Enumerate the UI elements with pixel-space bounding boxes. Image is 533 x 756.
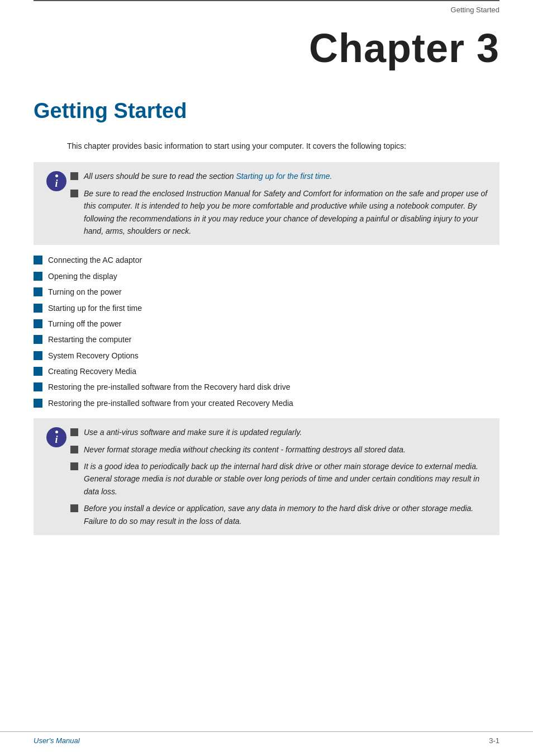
list-item: Opening the display: [34, 270, 499, 282]
footer-right-label: 3-1: [489, 736, 499, 745]
chapter-title: Chapter 3: [309, 26, 499, 70]
list-item: Turning on the power: [34, 286, 499, 298]
info-icon-letter-2: i: [55, 434, 58, 446]
page-footer: User's Manual 3-1: [0, 731, 533, 745]
bullet-square-info2-4: [70, 504, 78, 512]
info-list-item-1: All users should be sure to read the sec…: [70, 170, 491, 182]
bullet-square-4: [34, 319, 42, 328]
info-bullet-list-1: All users should be sure to read the sec…: [70, 170, 491, 237]
info2-list-item-3: It is a good idea to periodically back u…: [70, 460, 491, 498]
list-item: Turning off the power: [34, 318, 499, 330]
info-icon-1: i: [42, 170, 70, 191]
starting-up-link[interactable]: Starting up for the first time.: [236, 172, 332, 181]
info-box-1: i All users should be sure to read the s…: [34, 162, 499, 245]
info-item-2-text: Be sure to read the enclosed Instruction…: [84, 187, 491, 238]
bullet-square-6: [34, 351, 42, 360]
header-bar: Getting Started: [34, 0, 499, 14]
bullet-square-2: [34, 287, 42, 296]
info-box-1-content: All users should be sure to read the sec…: [70, 170, 491, 237]
topic-text-1: Opening the display: [48, 270, 117, 282]
bullet-square-info-1: [70, 172, 78, 180]
bullet-square-info2-3: [70, 462, 78, 470]
topic-text-7: Creating Recovery Media: [48, 365, 136, 377]
info2-item-3-text: It is a good idea to periodically back u…: [84, 460, 491, 498]
info-icon-letter: i: [55, 178, 58, 190]
topic-text-3: Starting up for the first time: [48, 302, 142, 314]
topic-text-2: Turning on the power: [48, 286, 122, 298]
topic-text-4: Turning off the power: [48, 318, 122, 330]
topic-list: Connecting the AC adaptor Opening the di…: [34, 254, 499, 409]
bullet-square-info2-2: [70, 446, 78, 453]
info-icon-2: i: [42, 426, 70, 447]
bullet-square-info2-1: [70, 428, 78, 436]
bullet-square-3: [34, 304, 42, 313]
chapter-title-area: Chapter 3: [0, 14, 533, 88]
list-item: System Recovery Options: [34, 349, 499, 362]
info-icon-circle-2: i: [46, 427, 66, 447]
topic-text-5: Restarting the computer: [48, 333, 131, 346]
list-item: Creating Recovery Media: [34, 365, 499, 377]
info-item-1-text: All users should be sure to read the sec…: [84, 170, 332, 182]
bullet-square-8: [34, 382, 42, 391]
info-box-2: i Use a anti-virus software and make sur…: [34, 418, 499, 535]
topic-text-6: System Recovery Options: [48, 349, 139, 362]
section-heading: Getting Started: [34, 99, 533, 123]
header-section-label: Getting Started: [451, 6, 499, 14]
footer-left-label: User's Manual: [34, 736, 80, 745]
page: Getting Started Chapter 3 Getting Starte…: [0, 0, 533, 756]
info2-item-2-text: Never format storage media without check…: [84, 443, 406, 456]
list-item: Restoring the pre-installed software fro…: [34, 381, 499, 393]
list-item: Connecting the AC adaptor: [34, 254, 499, 266]
info-bullet-list-2: Use a anti-virus software and make sure …: [70, 426, 491, 527]
topic-text-0: Connecting the AC adaptor: [48, 254, 142, 266]
bullet-square-info-2: [70, 190, 78, 197]
topic-text-8: Restoring the pre-installed software fro…: [48, 381, 290, 393]
info-icon-circle-1: i: [46, 171, 66, 191]
info-box-2-content: Use a anti-virus software and make sure …: [70, 426, 491, 527]
bullet-square-7: [34, 367, 42, 376]
bullet-square-9: [34, 399, 42, 408]
bullet-square-1: [34, 272, 42, 281]
info2-list-item-1: Use a anti-virus software and make sure …: [70, 426, 491, 438]
info2-list-item-4: Before you install a device or applicati…: [70, 502, 491, 527]
info2-item-4-text: Before you install a device or applicati…: [84, 502, 491, 527]
info-list-item-2: Be sure to read the enclosed Instruction…: [70, 187, 491, 238]
list-item: Restoring the pre-installed software fro…: [34, 397, 499, 409]
bullet-square-0: [34, 256, 42, 264]
intro-paragraph: This chapter provides basic information …: [67, 140, 499, 152]
info2-item-1-text: Use a anti-virus software and make sure …: [84, 426, 302, 438]
info2-list-item-2: Never format storage media without check…: [70, 443, 491, 456]
list-item: Starting up for the first time: [34, 302, 499, 314]
topic-text-9: Restoring the pre-installed software fro…: [48, 397, 293, 409]
list-item: Restarting the computer: [34, 333, 499, 346]
bullet-square-5: [34, 335, 42, 344]
